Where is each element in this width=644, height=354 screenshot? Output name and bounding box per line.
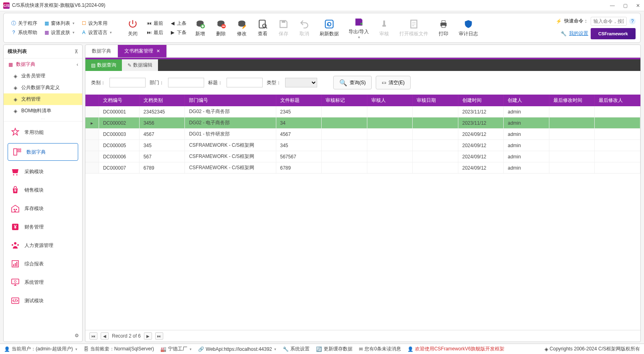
- table-row[interactable]: DC0000034567DG01 - 软件研发部45672024/09/12ad…: [85, 129, 640, 140]
- table-row[interactable]: DC000006567CSFRAMEWORK - C/S框架网567567202…: [85, 151, 640, 162]
- col-header[interactable]: 审核日期: [413, 95, 458, 106]
- delete-button[interactable]: 删除: [211, 18, 231, 38]
- nav-common[interactable]: 常用功能: [4, 123, 82, 142]
- view-button[interactable]: 查看: [253, 18, 272, 38]
- svg-rect-20: [18, 149, 19, 150]
- data-grid[interactable]: 文档编号文档类别部门编号文件标题审核标记审核人审核日期创建时间创建人最后修改时间…: [85, 95, 640, 174]
- my-settings-link[interactable]: 我的设置: [569, 30, 588, 37]
- prev-button[interactable]: ◀上条: [167, 19, 189, 28]
- tree-item-doc-mgmt[interactable]: ◈文档管理: [4, 93, 82, 105]
- table-row[interactable]: ▸DC0000023456DG02 - 电子商务部342023/11/12adm…: [85, 117, 640, 129]
- skin-button[interactable]: ▦设置皮肤: [41, 28, 77, 37]
- help-badge-icon[interactable]: ?: [629, 18, 636, 24]
- pin-icon[interactable]: ⊼: [75, 49, 78, 55]
- print-button[interactable]: 打印: [434, 18, 453, 38]
- status-settings[interactable]: 🔧系统设置: [283, 346, 310, 352]
- col-header[interactable]: 创建时间: [458, 95, 504, 106]
- col-header[interactable]: 文件标题: [276, 95, 322, 106]
- template-icon: [408, 18, 419, 30]
- svg-rect-18: [442, 25, 446, 27]
- col-header[interactable]: 文档类别: [139, 95, 185, 106]
- search-button[interactable]: 🔍查询(S): [333, 76, 372, 89]
- nav-purchase[interactable]: 采购模块: [4, 162, 82, 181]
- status-webapi[interactable]: 🔗WebApi:https://localhost:44392: [198, 346, 276, 352]
- bolt-icon: ⚡: [556, 18, 562, 24]
- nav-inventory[interactable]: 库存模块: [4, 199, 82, 218]
- col-header[interactable]: 部门编号: [185, 95, 276, 106]
- nav-hr[interactable]: 人力资源管理: [4, 236, 82, 255]
- status-msgs[interactable]: ✉您有0条未读消息: [359, 346, 401, 352]
- first-icon: ⏮: [146, 20, 152, 26]
- auditlog-button[interactable]: 审计日志: [455, 18, 482, 38]
- nav-reports[interactable]: 综合报表: [4, 255, 82, 273]
- lang-button[interactable]: A设置语言: [79, 28, 114, 37]
- pager-last[interactable]: ⏭: [155, 332, 163, 340]
- quick-label: 快速命令：: [564, 18, 588, 24]
- svg-rect-39: [12, 279, 19, 284]
- refresh-button[interactable]: 刷新数据: [316, 18, 343, 38]
- close-tab-icon[interactable]: ✕: [156, 49, 160, 54]
- pager-first[interactable]: ⏮: [89, 332, 97, 340]
- last-icon: ⏭: [146, 30, 152, 35]
- nav-finance[interactable]: ¥财务管理: [4, 218, 82, 236]
- col-header[interactable]: 最后修改人: [595, 95, 640, 106]
- app-icon: C/S: [3, 2, 10, 9]
- pager-prev[interactable]: ◀: [101, 332, 109, 340]
- col-header[interactable]: 审核人: [367, 95, 413, 106]
- tree-item-bom[interactable]: ◈BOM物料清单: [4, 105, 82, 117]
- status-user[interactable]: 👤当前用户：(admin-超级用户): [4, 346, 77, 352]
- edit-button[interactable]: 修改: [232, 18, 251, 38]
- table-row[interactable]: DC000005345CSFRAMEWORK - C/S框架网3452024/0…: [85, 140, 640, 151]
- col-header[interactable]: 文档编号: [99, 95, 139, 106]
- last-button[interactable]: ⏭最后: [144, 28, 166, 37]
- first-button[interactable]: ⏮最前: [144, 19, 166, 28]
- add-button[interactable]: 新增: [190, 18, 210, 38]
- close-window-button[interactable]: ✕: [635, 3, 641, 8]
- svg-rect-17: [442, 20, 446, 22]
- nav-test[interactable]: 测试模块: [4, 291, 82, 310]
- tab-data-dict[interactable]: 数据字典: [85, 45, 118, 57]
- nav-data-dict[interactable]: 数据字典: [8, 143, 78, 161]
- tree-item-public-dict[interactable]: ◈公共数据字典定义: [4, 82, 82, 93]
- help-button[interactable]: ?系统帮助: [8, 28, 40, 37]
- select-type[interactable]: [285, 78, 317, 87]
- statusbar: 👤当前用户：(admin-超级用户) 🗄当前账套：Normal(SqlServe…: [0, 344, 644, 354]
- next-button[interactable]: ▶下条: [167, 28, 189, 37]
- tree-item-salesman[interactable]: ◈业务员管理: [4, 70, 82, 82]
- sub-tabs: ▤数据查询 ✎数据编辑: [85, 59, 640, 71]
- tab-doc-archive[interactable]: 文书档案管理✕: [118, 45, 167, 57]
- nav-system[interactable]: 系统管理: [4, 273, 82, 291]
- export-button[interactable]: 导出/导入: [344, 16, 373, 40]
- about-button[interactable]: ⓘ关于程序: [8, 19, 40, 28]
- nav-sales[interactable]: ¥销售模块: [4, 181, 82, 199]
- svg-rect-21: [20, 149, 21, 150]
- gear-icon[interactable]: ⚙: [75, 333, 79, 338]
- formlist-button[interactable]: ▦窗体列表: [41, 19, 77, 28]
- col-header[interactable]: 创建人: [504, 95, 549, 106]
- cube-icon: ◈: [12, 108, 18, 114]
- input-dept[interactable]: [168, 78, 204, 87]
- table-row[interactable]: DC00000123452345DG02 - 电子商务部23452023/11/…: [85, 106, 640, 117]
- input-title[interactable]: [227, 78, 263, 87]
- quick-command-input[interactable]: [591, 17, 627, 26]
- input-category[interactable]: [109, 78, 146, 87]
- subtab-query[interactable]: ▤数据查询: [85, 59, 122, 71]
- maximize-button[interactable]: ▢: [622, 3, 628, 8]
- tree-root-data-dict[interactable]: ▦ 数据字典 ‹: [4, 59, 82, 70]
- status-account: 🗄当前账套：Normal(SqlServer): [84, 346, 154, 352]
- col-header[interactable]: 审核标记: [322, 95, 367, 106]
- setcommon-button[interactable]: ☐设为常用: [79, 19, 114, 28]
- pager-next[interactable]: ▶: [144, 332, 152, 340]
- status-updatecache[interactable]: 🔄更新缓存数据: [316, 346, 352, 352]
- db-icon: 🗄: [84, 346, 89, 352]
- status-factory[interactable]: 🏭宁德工厂: [160, 346, 192, 352]
- table-row[interactable]: DC0000076789CSFRAMEWORK - C/S框架网67892024…: [85, 162, 640, 174]
- subtab-edit[interactable]: ✎数据编辑: [122, 59, 158, 71]
- svg-point-34: [17, 244, 19, 246]
- minimize-button[interactable]: ―: [610, 3, 615, 8]
- cube-icon: ◈: [12, 73, 18, 79]
- svg-rect-28: [16, 209, 17, 210]
- clear-button[interactable]: ▭清空(E): [376, 76, 411, 89]
- close-button[interactable]: 关闭: [123, 18, 142, 38]
- col-header[interactable]: 最后修改时间: [549, 95, 595, 106]
